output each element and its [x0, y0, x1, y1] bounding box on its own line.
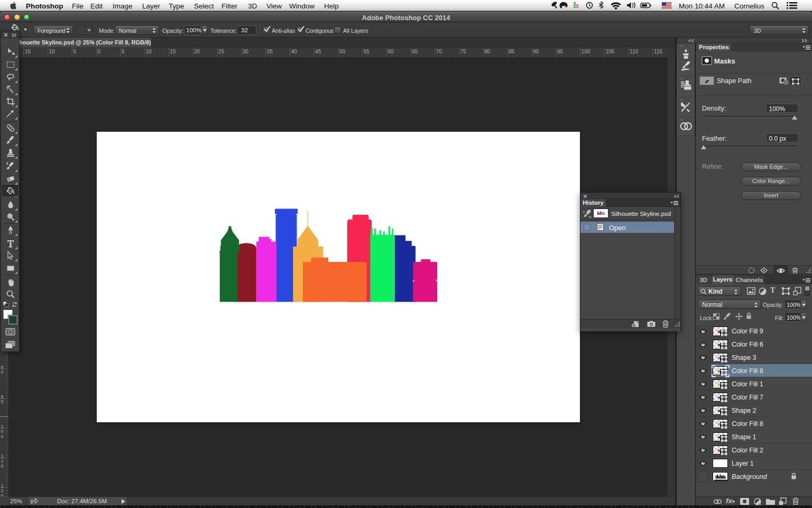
svg-text:5: 5: [73, 49, 76, 55]
svg-text:0: 0: [1, 399, 4, 404]
svg-text:25: 25: [218, 49, 225, 55]
svg-text:20: 20: [194, 49, 200, 55]
svg-text:1: 1: [1, 453, 4, 459]
svg-text:95: 95: [557, 49, 564, 55]
svg-text:15: 15: [25, 49, 31, 55]
svg-text:0: 0: [1, 464, 4, 469]
svg-text:30: 30: [243, 49, 249, 55]
svg-text:45: 45: [315, 49, 321, 55]
svg-text:5: 5: [122, 49, 125, 55]
svg-text:9: 9: [1, 394, 4, 400]
svg-text:110: 110: [630, 49, 638, 55]
svg-text:35: 35: [267, 49, 273, 55]
svg-text:1: 1: [1, 458, 4, 464]
svg-text:60: 60: [387, 49, 394, 55]
svg-text:55: 55: [364, 49, 370, 55]
svg-text:0: 0: [1, 369, 4, 375]
svg-text:0: 0: [1, 429, 4, 434]
svg-text:1: 1: [1, 483, 4, 488]
svg-text:0: 0: [1, 493, 4, 497]
svg-text:70: 70: [436, 49, 442, 55]
svg-text:50: 50: [339, 49, 346, 55]
svg-text:2: 2: [1, 488, 4, 493]
svg-text:10: 10: [146, 49, 152, 55]
svg-text:0: 0: [97, 49, 100, 55]
svg-text:0: 0: [1, 434, 4, 439]
svg-text:100: 100: [582, 49, 590, 55]
svg-text:1: 1: [1, 424, 4, 429]
svg-text:75: 75: [460, 49, 467, 55]
svg-text:8: 8: [1, 365, 4, 370]
svg-text:15: 15: [170, 49, 177, 55]
svg-text:105: 105: [605, 49, 614, 55]
svg-text:65: 65: [412, 49, 418, 55]
svg-text:90: 90: [533, 49, 539, 55]
svg-text:10: 10: [49, 49, 56, 55]
svg-text:115: 115: [654, 49, 662, 55]
svg-text:85: 85: [509, 49, 515, 55]
svg-text:80: 80: [485, 49, 491, 55]
svg-text:40: 40: [291, 49, 297, 55]
